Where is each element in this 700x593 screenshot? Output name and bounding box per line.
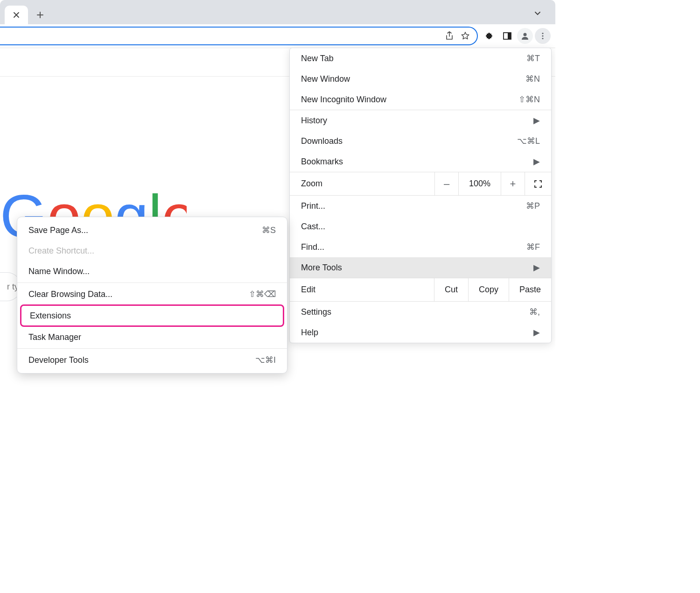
menu-new-window[interactable]: New Window ⌘N — [290, 69, 551, 89]
shortcut: ⌘P — [526, 201, 540, 211]
menu-new-tab[interactable]: New Tab ⌘T — [290, 48, 551, 69]
menu-incognito[interactable]: New Incognito Window ⇧⌘N — [290, 89, 551, 110]
zoom-level: 100% — [458, 172, 501, 195]
shortcut: ⌘T — [526, 53, 540, 64]
side-panel-icon[interactable] — [499, 28, 515, 44]
new-tab-button[interactable] — [31, 6, 49, 24]
chrome-main-menu: New Tab ⌘T New Window ⌘N New Incognito W… — [289, 48, 552, 343]
submenu-extensions[interactable]: Extensions — [20, 304, 284, 327]
bookmark-star-icon[interactable] — [457, 31, 473, 41]
chrome-menu-button[interactable] — [535, 28, 551, 44]
submenu-arrow-icon: ▶ — [533, 115, 540, 126]
active-tab[interactable] — [5, 6, 28, 24]
tab-bar — [0, 0, 555, 24]
submenu-name-window[interactable]: Name Window... — [17, 261, 287, 282]
menu-label: History — [301, 116, 327, 126]
zoom-label: Zoom — [290, 179, 434, 189]
shortcut: ⇧⌘⌫ — [249, 289, 276, 299]
omnibox[interactable] — [0, 27, 478, 45]
svg-point-4 — [542, 35, 543, 36]
menu-bookmarks[interactable]: Bookmarks ▶ — [290, 151, 551, 172]
submenu-label: Create Shortcut... — [28, 246, 94, 256]
profile-avatar[interactable] — [517, 28, 533, 44]
zoom-row: Zoom – 100% + — [290, 172, 551, 196]
submenu-label: Task Manager — [28, 332, 81, 342]
submenu-label: Save Page As... — [28, 226, 88, 235]
more-tools-submenu: Save Page As... ⌘S Create Shortcut... Na… — [17, 217, 287, 374]
close-tab-icon[interactable] — [13, 12, 20, 18]
shortcut: ⌘S — [262, 225, 276, 235]
menu-label: Help — [301, 328, 318, 338]
edit-label: Edit — [290, 278, 434, 301]
shortcut: ⌘, — [529, 307, 540, 317]
submenu-label: Clear Browsing Data... — [28, 289, 112, 299]
svg-point-3 — [542, 33, 543, 34]
svg-point-5 — [542, 38, 543, 39]
submenu-task-manager[interactable]: Task Manager — [17, 327, 287, 347]
submenu-label: Developer Tools — [28, 355, 89, 365]
menu-label: Cast... — [301, 222, 325, 232]
submenu-save-page[interactable]: Save Page As... ⌘S — [17, 220, 287, 240]
extensions-icon[interactable] — [482, 28, 497, 44]
menu-history[interactable]: History ▶ — [290, 110, 551, 131]
menu-print[interactable]: Print... ⌘P — [290, 196, 551, 216]
cut-button[interactable]: Cut — [434, 278, 468, 301]
menu-cast[interactable]: Cast... — [290, 216, 551, 237]
tabs-dropdown-button[interactable] — [528, 4, 547, 22]
menu-find[interactable]: Find... ⌘F — [290, 237, 551, 257]
svg-point-2 — [524, 33, 527, 36]
copy-button[interactable]: Copy — [468, 278, 509, 301]
menu-label: New Window — [301, 74, 350, 84]
menu-label: Print... — [301, 201, 325, 211]
paste-button[interactable]: Paste — [509, 278, 551, 301]
shortcut: ⇧⌘N — [518, 94, 540, 105]
menu-label: Downloads — [301, 136, 343, 146]
menu-more-tools[interactable]: More Tools ▶ — [290, 257, 551, 278]
menu-label: Bookmarks — [301, 157, 343, 167]
shortcut: ⌘N — [525, 74, 540, 84]
menu-label: Settings — [301, 307, 331, 317]
shortcut: ⌥⌘I — [255, 355, 276, 365]
shortcut: ⌥⌘L — [517, 136, 540, 146]
shortcut: ⌘F — [526, 242, 540, 252]
submenu-clear-browsing[interactable]: Clear Browsing Data... ⇧⌘⌫ — [17, 284, 287, 304]
menu-label: New Incognito Window — [301, 95, 386, 105]
toolbar — [0, 24, 555, 48]
svg-rect-1 — [508, 33, 511, 39]
zoom-out-button[interactable]: – — [434, 172, 458, 195]
submenu-label: Extensions — [30, 311, 71, 321]
zoom-in-button[interactable]: + — [501, 172, 525, 195]
menu-label: Find... — [301, 242, 324, 252]
submenu-arrow-icon: ▶ — [533, 156, 540, 167]
menu-settings[interactable]: Settings ⌘, — [290, 302, 551, 322]
menu-help[interactable]: Help ▶ — [290, 322, 551, 343]
share-icon[interactable] — [441, 31, 457, 41]
submenu-create-shortcut: Create Shortcut... — [17, 240, 287, 261]
menu-label: More Tools — [301, 263, 342, 273]
submenu-arrow-icon: ▶ — [533, 262, 540, 273]
edit-row: Edit Cut Copy Paste — [290, 278, 551, 302]
fullscreen-button[interactable] — [525, 172, 551, 195]
menu-downloads[interactable]: Downloads ⌥⌘L — [290, 131, 551, 151]
submenu-label: Name Window... — [28, 267, 90, 276]
submenu-developer-tools[interactable]: Developer Tools ⌥⌘I — [17, 350, 287, 370]
submenu-arrow-icon: ▶ — [533, 327, 540, 338]
menu-label: New Tab — [301, 54, 334, 64]
